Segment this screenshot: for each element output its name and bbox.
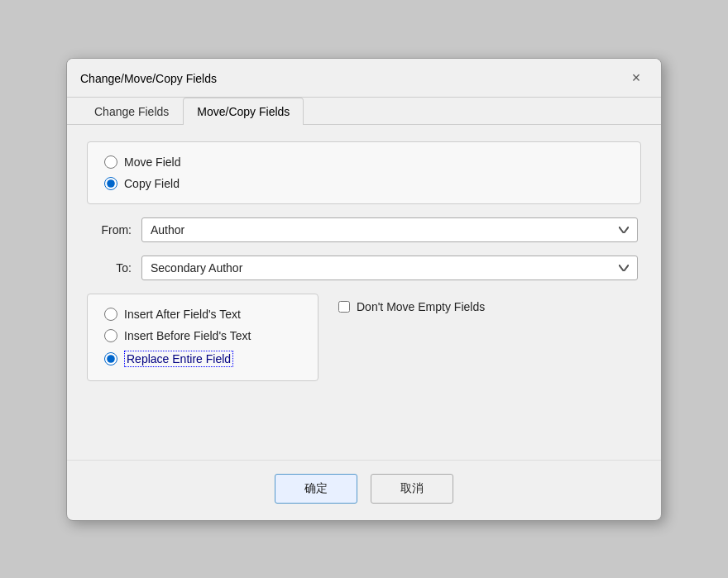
insert-before-label: Insert Before Field's Text [124,329,251,342]
dialog-title: Change/Move/Copy Fields [80,72,217,85]
tab-change-fields[interactable]: Change Fields [80,98,183,125]
replace-entire-radio[interactable] [104,352,117,365]
insert-after-radio[interactable] [104,308,117,321]
move-field-label: Move Field [124,155,180,169]
to-field-row: To: Author Secondary Author Title Year J… [87,256,641,280]
copy-field-label: Copy Field [124,177,180,190]
dialog: Change/Move/Copy Fields × Change Fields … [66,58,662,521]
close-button[interactable]: × [625,67,648,90]
title-bar: Change/Move/Copy Fields × [67,59,661,98]
tab-bar: Change Fields Move/Copy Fields [67,98,661,125]
to-select[interactable]: Author Secondary Author Title Year Journ… [141,256,638,280]
cancel-button[interactable]: 取消 [371,474,453,504]
lower-section: Insert After Field's Text Insert Before … [87,294,641,381]
insert-group: Insert After Field's Text Insert Before … [87,294,318,381]
from-field-row: From: Author Secondary Author Title Year… [87,217,641,242]
dialog-footer: 确定 取消 [67,460,661,520]
copy-field-option[interactable]: Copy Field [104,177,624,190]
confirm-button[interactable]: 确定 [275,474,357,504]
operation-group: Move Field Copy Field [87,141,641,204]
tab-move-copy-fields[interactable]: Move/Copy Fields [183,98,304,125]
dont-move-empty-checkbox[interactable] [338,301,350,313]
dont-move-empty-label[interactable]: Don't Move Empty Fields [357,300,485,313]
move-field-radio[interactable] [104,155,117,169]
insert-after-label: Insert After Field's Text [124,308,241,321]
dont-move-empty-row: Don't Move Empty Fields [338,294,485,313]
dialog-body: Move Field Copy Field From: Author Secon… [67,125,661,460]
replace-entire-option[interactable]: Replace Entire Field [104,351,301,367]
insert-before-radio[interactable] [104,329,117,342]
to-label: To: [90,261,132,275]
insert-after-option[interactable]: Insert After Field's Text [104,308,301,321]
insert-before-option[interactable]: Insert Before Field's Text [104,329,301,342]
replace-entire-label: Replace Entire Field [124,351,233,367]
from-select[interactable]: Author Secondary Author Title Year Journ… [141,217,638,242]
move-field-option[interactable]: Move Field [104,155,624,169]
from-label: From: [90,223,132,236]
copy-field-radio[interactable] [104,177,117,190]
